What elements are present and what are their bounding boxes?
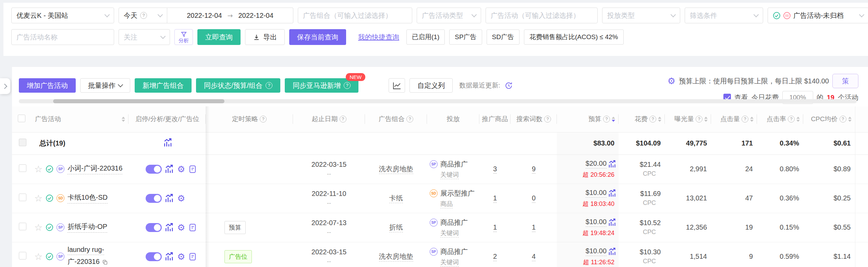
quick-chip-sd[interactable]: SD广告: [487, 30, 519, 45]
trend-chart-icon[interactable]: [165, 223, 174, 232]
campaign-toggle[interactable]: [146, 165, 162, 174]
copy-icon[interactable]: [102, 259, 108, 266]
portfolio-link[interactable]: 洗衣房地垫: [379, 165, 413, 174]
campaign-filter-input[interactable]: 广告活动（可输入过滤选择）: [486, 8, 598, 23]
batch-operations-button[interactable]: 批量操作: [80, 78, 130, 93]
export-button[interactable]: 导出: [245, 29, 285, 45]
star-icon[interactable]: [34, 223, 42, 232]
targeting-type-select[interactable]: 投放类型: [602, 8, 680, 23]
date-preset-select[interactable]: 今天: [119, 8, 167, 23]
budget-trend-icon[interactable]: [608, 189, 616, 197]
row-checkbox[interactable]: [19, 194, 26, 201]
date-range-group: 今天 2022-12-04 2022-12-04: [119, 8, 293, 23]
quick-chip-enabled[interactable]: 已启用(1): [406, 30, 445, 45]
search-terms-count-link[interactable]: 0: [532, 194, 536, 203]
my-quick-queries-link[interactable]: 我的快捷查询: [358, 33, 399, 42]
placement-doc-icon[interactable]: [188, 165, 197, 174]
gear-icon[interactable]: [177, 194, 185, 203]
trend-chart-icon[interactable]: [165, 194, 174, 203]
quick-chip-acos[interactable]: 花费销售额占比(ACOS) ≤ 42%: [524, 30, 624, 45]
quick-chip-sp[interactable]: SP广告: [449, 30, 482, 45]
sync-status-button[interactable]: 同步状态/预算/组合: [196, 78, 280, 93]
campaign-type-select[interactable]: 广告活动类型: [417, 8, 481, 23]
sort-budget[interactable]: [612, 117, 615, 122]
star-icon[interactable]: [34, 194, 42, 203]
query-button[interactable]: 立即查询: [197, 29, 241, 45]
budget-value-link[interactable]: $10.00: [586, 189, 607, 198]
row-checkbox[interactable]: [19, 252, 26, 259]
portfolio-link[interactable]: 折纸: [389, 223, 403, 232]
sort-spend[interactable]: [658, 117, 661, 122]
products-count-link[interactable]: 1: [493, 194, 497, 203]
campaign-toggle[interactable]: [146, 194, 162, 203]
trend-chart-icon[interactable]: [165, 252, 174, 261]
date-preset-value: 今天: [124, 11, 137, 20]
budget-value-link[interactable]: $10.00: [586, 247, 607, 256]
filter-condition-select[interactable]: 筛选条件: [685, 8, 763, 23]
portfolio-link[interactable]: 洗衣房地垫: [379, 253, 413, 262]
campaign-name-link[interactable]: 卡纸10色-SD: [68, 193, 108, 204]
row-checkbox[interactable]: [19, 223, 26, 230]
portfolio-link[interactable]: 卡纸: [389, 194, 403, 203]
portfolio-filter-input[interactable]: 广告组合（可输入过滤选择）: [298, 8, 412, 23]
sort-clicks[interactable]: [750, 117, 754, 122]
gear-icon[interactable]: [177, 165, 185, 174]
follow-select[interactable]: 关注: [119, 29, 170, 45]
filter-analysis-button[interactable]: 分析: [174, 29, 193, 45]
campaign-name-link[interactable]: 折纸手动-OP: [68, 222, 107, 233]
campaign-toggle[interactable]: [146, 252, 162, 261]
sort-impressions[interactable]: [704, 117, 708, 122]
budget-trend-icon[interactable]: [608, 218, 616, 227]
select-all-checkbox[interactable]: [18, 115, 25, 122]
scrollbar-thumb[interactable]: [53, 99, 224, 103]
total-trend-chart-icon[interactable]: [163, 138, 173, 147]
add-campaign-button[interactable]: 增加广告活动: [19, 78, 76, 93]
save-query-button[interactable]: 保存当前查询: [289, 29, 346, 45]
budget-trend-icon[interactable]: [608, 247, 616, 256]
campaign-name-link[interactable]: 小词-广词-220316: [68, 164, 122, 174]
sort-ctr[interactable]: [796, 117, 800, 122]
budget-value-link[interactable]: $20.00: [586, 160, 607, 169]
campaign-name-link[interactable]: laundry rug-: [68, 246, 104, 255]
shop-select[interactable]: 优麦云K - 美国站: [11, 8, 114, 23]
amazon-ads-campaign-manager: { "icons": { "gear": "⚙", "star": "☆", "…: [0, 0, 868, 267]
trend-chart-icon[interactable]: [165, 164, 174, 174]
chart-view-button[interactable]: [389, 78, 405, 93]
placement-doc-icon[interactable]: [188, 223, 197, 232]
strategy-button[interactable]: 策: [832, 74, 858, 88]
add-portfolio-button[interactable]: 新增广告组合: [135, 78, 192, 93]
date-range-input[interactable]: 2022-12-04 2022-12-04: [167, 8, 293, 23]
expand-panel-tab[interactable]: [0, 78, 10, 94]
star-icon[interactable]: [34, 252, 42, 261]
search-terms-count-link[interactable]: 1: [532, 223, 536, 232]
campaign-name-input[interactable]: 广告活动名称: [11, 29, 114, 45]
archive-status-select[interactable]: 广告活动-未归档: [768, 8, 868, 23]
gear-icon[interactable]: [668, 77, 675, 85]
campaign-toggle[interactable]: [146, 223, 162, 232]
total-checkbox: [19, 139, 26, 146]
refresh-clock-icon[interactable]: [504, 81, 513, 90]
gear-icon[interactable]: [177, 223, 185, 232]
targeting-sub-link[interactable]: 关键词: [440, 171, 459, 179]
impressions-value: 2,991: [665, 154, 711, 184]
products-count-link[interactable]: 2: [493, 253, 497, 261]
products-count-link[interactable]: 3: [493, 165, 497, 174]
search-terms-count-link[interactable]: 9: [532, 165, 536, 174]
row-checkbox[interactable]: [19, 164, 26, 172]
schedule-tag-budget: 预算: [224, 221, 246, 234]
star-icon[interactable]: [34, 164, 42, 174]
custom-columns-button[interactable]: 自定义列: [409, 78, 453, 93]
products-count-link[interactable]: 1: [493, 223, 497, 232]
budget-value-link[interactable]: $10.00: [586, 218, 607, 227]
targeting-sub-link[interactable]: 关键词: [440, 259, 459, 267]
campaign-name-link-line2[interactable]: 广-220316: [68, 257, 99, 267]
gear-icon[interactable]: [177, 252, 185, 261]
sort-cpc[interactable]: [848, 117, 852, 122]
targeting-sub-link[interactable]: 商品: [440, 200, 453, 208]
sort-campaign[interactable]: [122, 117, 125, 122]
col-products: 推广商品: [482, 115, 508, 124]
search-terms-count-link[interactable]: 4: [532, 253, 536, 261]
budget-trend-icon[interactable]: [608, 160, 616, 168]
targeting-sub-link[interactable]: 关键词: [440, 230, 459, 237]
placement-doc-icon[interactable]: [188, 252, 197, 261]
